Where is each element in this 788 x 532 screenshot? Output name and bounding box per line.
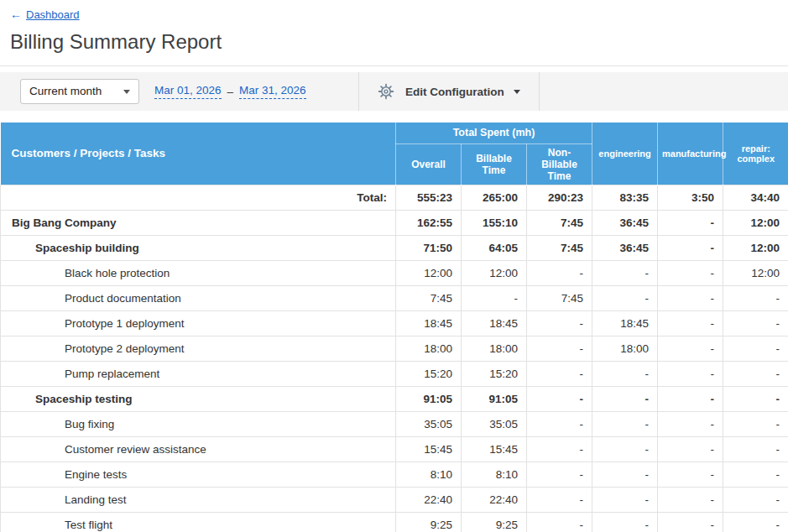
- col-header-nonbillable-time[interactable]: Non- Billable Time: [527, 143, 592, 185]
- value-cell: -: [723, 386, 788, 411]
- col-header-repair-complex[interactable]: repair: complex: [723, 123, 788, 185]
- report-toolbar: Current month Mar 01, 2026 – Mar 31, 202…: [0, 72, 788, 111]
- value-cell: 7:45: [396, 285, 462, 310]
- value-cell: 91:05: [462, 386, 527, 411]
- value-cell: -: [592, 436, 658, 462]
- table-row: Product documentation7:45-7:45---: [1, 285, 788, 310]
- value-cell: -: [723, 411, 788, 436]
- value-cell: -: [527, 310, 592, 336]
- edit-configuration-label: Edit Configuration: [405, 86, 504, 98]
- value-cell: -: [658, 210, 723, 235]
- value-cell: -: [723, 436, 788, 462]
- table-row: Prototype 1 deployment18:4518:45-18:45--: [1, 310, 788, 336]
- page-title: Billing Summary Report: [10, 30, 778, 54]
- value-cell: -: [592, 462, 658, 487]
- row-label: Customer review assistance: [1, 436, 396, 462]
- row-label: Spaceship building: [1, 235, 396, 260]
- total-value-cell: 3:50: [658, 185, 723, 210]
- toolbar-period-section: Current month Mar 01, 2026 – Mar 31, 202…: [0, 72, 358, 111]
- row-label: Bug fixing: [1, 411, 396, 436]
- back-link-label: Dashboard: [26, 8, 80, 21]
- value-cell: -: [527, 512, 592, 532]
- value-cell: -: [658, 235, 723, 260]
- table-row: Big Bang Company162:55155:107:4536:45-12…: [1, 210, 788, 235]
- value-cell: -: [723, 487, 788, 512]
- row-label: Product documentation: [1, 285, 396, 310]
- value-cell: -: [723, 310, 788, 336]
- value-cell: -: [658, 310, 723, 336]
- value-cell: -: [462, 285, 527, 310]
- value-cell: 12:00: [723, 235, 788, 260]
- value-cell: 22:40: [396, 487, 462, 512]
- col-header-customers-projects-tasks[interactable]: Customers / Projects / Tasks: [1, 123, 396, 185]
- value-cell: -: [658, 436, 723, 462]
- chevron-down-icon: [514, 90, 520, 94]
- date-to-link[interactable]: Mar 31, 2026: [239, 84, 306, 99]
- value-cell: 91:05: [396, 386, 462, 411]
- total-row: Total: 555:23 265:00 290:23 83:35 3:50 3…: [1, 185, 788, 210]
- value-cell: -: [723, 285, 788, 310]
- value-cell: 8:10: [462, 462, 527, 487]
- total-value-cell: 83:35: [592, 185, 658, 210]
- table-body: Total: 555:23 265:00 290:23 83:35 3:50 3…: [1, 185, 788, 532]
- value-cell: -: [527, 436, 592, 462]
- value-cell: -: [658, 462, 723, 487]
- col-header-overall[interactable]: Overall: [396, 143, 462, 185]
- toolbar-config-section: Edit Configuration: [359, 72, 539, 111]
- value-cell: 18:45: [396, 310, 462, 336]
- back-to-dashboard-link[interactable]: ← Dashboard: [10, 8, 80, 21]
- value-cell: 9:25: [462, 512, 527, 532]
- value-cell: -: [592, 260, 658, 285]
- table-row: Prototype 2 deployment18:0018:00-18:00--: [1, 336, 788, 361]
- value-cell: 15:20: [396, 361, 462, 386]
- table-header: Customers / Projects / Tasks Total Spent…: [1, 123, 788, 185]
- date-range: Mar 01, 2026 – Mar 31, 2026: [154, 84, 306, 99]
- col-group-total-spent: Total Spent (mh): [396, 123, 592, 143]
- col-header-engineering[interactable]: engineering: [592, 123, 658, 185]
- value-cell: 15:20: [462, 361, 527, 386]
- value-cell: 22:40: [462, 487, 527, 512]
- value-cell: -: [527, 361, 592, 386]
- total-value-cell: 555:23: [396, 185, 462, 210]
- edit-configuration-button[interactable]: Edit Configuration: [378, 83, 520, 100]
- table-row: Spaceship testing91:0591:05----: [1, 386, 788, 411]
- date-from-link[interactable]: Mar 01, 2026: [154, 84, 222, 99]
- value-cell: 36:45: [592, 210, 658, 235]
- value-cell: -: [658, 260, 723, 285]
- value-cell: 36:45: [592, 235, 658, 260]
- value-cell: -: [658, 285, 723, 310]
- table-row: Bug fixing35:0535:05----: [1, 411, 788, 436]
- value-cell: 15:45: [396, 436, 462, 462]
- value-cell: 71:50: [396, 235, 462, 260]
- value-cell: -: [527, 487, 592, 512]
- value-cell: -: [527, 462, 592, 487]
- col-header-billable-time[interactable]: Billable Time: [462, 143, 527, 185]
- value-cell: 155:10: [462, 210, 527, 235]
- value-cell: -: [658, 411, 723, 436]
- value-cell: 12:00: [396, 260, 462, 285]
- col-header-manufacturing[interactable]: manufacturing: [658, 123, 723, 185]
- row-label: Landing test: [1, 487, 396, 512]
- value-cell: -: [527, 411, 592, 436]
- value-cell: 7:45: [527, 285, 592, 310]
- gear-icon: [378, 83, 394, 100]
- value-cell: 12:00: [462, 260, 527, 285]
- value-cell: 64:05: [462, 235, 527, 260]
- total-row-label: Total:: [1, 185, 396, 210]
- table-row: Engine tests8:108:10----: [1, 462, 788, 487]
- row-label: Black hole protection: [1, 260, 396, 285]
- value-cell: -: [527, 386, 592, 411]
- table-row: Customer review assistance15:4515:45----: [1, 436, 788, 462]
- back-arrow-icon: ←: [10, 8, 22, 20]
- row-label: Pump replacement: [1, 361, 396, 386]
- row-label: Prototype 1 deployment: [1, 310, 396, 336]
- value-cell: 12:00: [723, 260, 788, 285]
- period-select[interactable]: Current month: [20, 79, 139, 104]
- value-cell: -: [592, 386, 658, 411]
- row-label: Prototype 2 deployment: [1, 336, 396, 361]
- table-row: Black hole protection12:0012:00---12:00: [1, 260, 788, 285]
- toolbar-spacer: [540, 72, 788, 111]
- value-cell: 7:45: [527, 235, 592, 260]
- header-divider: [0, 65, 788, 66]
- total-value-cell: 290:23: [527, 185, 592, 210]
